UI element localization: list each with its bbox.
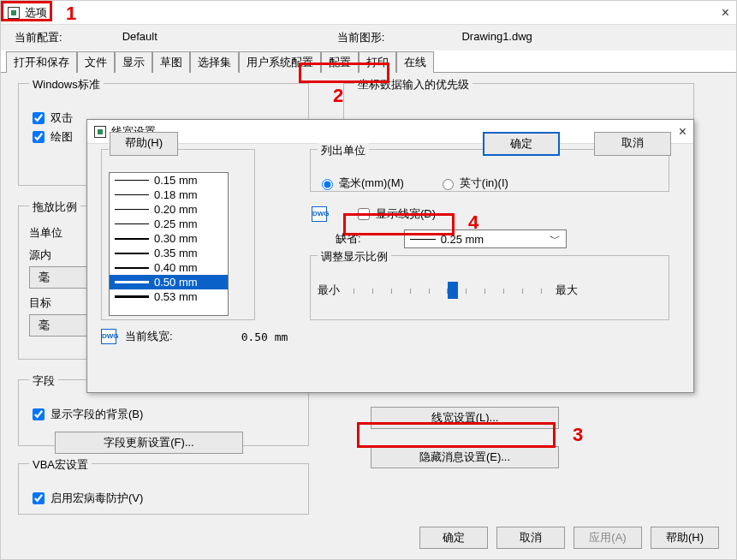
group-lw-hide: 线宽设置(L)... 隐藏消息设置(E)... [343, 398, 694, 475]
group-current-lw: 当前线宽 0.15 mm0.18 mm0.20 mm0.25 mm0.30 mm… [101, 149, 255, 320]
help-button[interactable]: 帮助(H) [651, 527, 719, 549]
max-label: 最大 [556, 283, 578, 298]
options-window: 选项 × 当前配置: Default 当前图形: Drawing1.dwg 打开… [0, 0, 737, 560]
tab-display[interactable]: 显示 [115, 51, 152, 73]
lw-item[interactable]: 0.20 mm [110, 202, 228, 217]
default-row: 缺省: 0.25 mm ﹀ [336, 229, 567, 248]
chevron-down-icon: ﹀ [550, 231, 561, 247]
apply-button[interactable]: 应用(A) [574, 527, 642, 549]
lw-item[interactable]: 0.50 mm [110, 275, 228, 289]
group-coord-title: 坐标数据输入的优先级 [354, 77, 473, 92]
dwg-icon: DWG [101, 329, 116, 344]
scale-slider[interactable] [354, 282, 542, 299]
slider-thumb[interactable] [448, 282, 458, 299]
tab-user-system[interactable]: 用户系统配置 [239, 51, 321, 73]
current-lw-label: 当前线宽: [125, 329, 173, 344]
default-label: 缺省: [336, 231, 361, 247]
bottom-button-row: 确定 取消 应用(A) 帮助(H) [419, 527, 719, 549]
slider-row: 最小 最大 [318, 282, 662, 299]
group-fields-title: 字段 [29, 373, 58, 389]
tab-sketch[interactable]: 草图 [152, 51, 190, 73]
lw-item[interactable]: 0.35 mm [110, 246, 228, 260]
ok-button[interactable]: 确定 [419, 527, 488, 549]
adjust-label: 调整显示比例 [318, 249, 391, 265]
dialog-button-row: 帮助(H) 确定 取消 [87, 132, 693, 156]
cb-show-lw-box[interactable] [358, 208, 370, 220]
default-select[interactable]: 0.25 mm ﹀ [404, 229, 567, 248]
lineweight-dialog: 线宽设置 × 当前线宽 0.15 mm0.18 mm0.20 mm0.25 mm… [86, 119, 694, 393]
cb-enable-virus[interactable]: 启用宏病毒防护(V) [29, 490, 298, 507]
lineweight-settings-button[interactable]: 线宽设置(L)... [371, 407, 559, 429]
lw-item[interactable]: 0.53 mm [110, 289, 228, 304]
show-lw-row: DWG 显示线宽(D) [312, 204, 436, 224]
cancel-button[interactable]: 取消 [496, 527, 565, 549]
cb-enable-virus-box[interactable] [33, 492, 45, 504]
units-row: 毫米(mm)(M) 英寸(in)(I) [318, 176, 662, 191]
lw-cancel-button[interactable]: 取消 [594, 132, 671, 156]
lw-item[interactable]: 0.30 mm [110, 231, 228, 246]
lw-listbox[interactable]: 0.15 mm0.18 mm0.20 mm0.25 mm0.30 mm0.35 … [109, 172, 229, 316]
group-drag-scale-title: 拖放比例 [29, 200, 80, 215]
tab-print[interactable]: 打印 [359, 51, 396, 73]
app-icon [8, 7, 20, 19]
radio-in[interactable]: 英寸(in)(I) [438, 176, 508, 191]
dwg-icon-2: DWG [312, 206, 327, 222]
lw-content: 当前线宽 0.15 mm0.18 mm0.20 mm0.25 mm0.30 mm… [87, 144, 693, 164]
cb-doubleclick-box[interactable] [33, 112, 45, 124]
lw-ok-button[interactable]: 确定 [483, 132, 560, 156]
cb-paint-box[interactable] [33, 131, 45, 143]
options-title: 选项 [25, 5, 47, 21]
lw-item[interactable]: 0.15 mm [110, 173, 228, 188]
tab-file[interactable]: 文件 [77, 51, 115, 73]
config-value: Default [122, 30, 158, 45]
group-adjust-scale: 调整显示比例 最小 最大 [310, 255, 669, 320]
group-vba: VBA宏设置 启用宏病毒防护(V) [18, 463, 309, 515]
default-select-value: 0.25 mm [441, 233, 484, 246]
default-select-line [410, 239, 436, 240]
radio-in-input[interactable] [443, 179, 454, 190]
lw-item[interactable]: 0.40 mm [110, 260, 228, 275]
field-update-button[interactable]: 字段更新设置(F)... [55, 432, 243, 454]
radio-mm-input[interactable] [322, 179, 333, 190]
group-windows-std-title: Windows标准 [29, 77, 104, 92]
options-close-icon[interactable]: × [722, 5, 729, 21]
radio-mm[interactable]: 毫米(mm)(M) [318, 176, 404, 191]
info-row: 当前配置: Default 当前图形: Drawing1.dwg [1, 25, 736, 51]
tab-bar: 打开和保存 文件 显示 草图 选择集 用户系统配置 配置 打印 在线 [1, 51, 736, 73]
hide-message-button[interactable]: 隐藏消息设置(E)... [371, 446, 559, 468]
tab-online[interactable]: 在线 [396, 51, 434, 73]
options-titlebar: 选项 × [1, 1, 736, 25]
tab-profile[interactable]: 配置 [321, 51, 359, 73]
min-label: 最小 [318, 283, 340, 298]
cb-show-field-bg-box[interactable] [33, 408, 45, 420]
group-vba-title: VBA宏设置 [29, 457, 92, 473]
drawing-label: 当前图形: [337, 30, 385, 45]
drawing-value: Drawing1.dwg [461, 30, 532, 45]
lw-item[interactable]: 0.18 mm [110, 188, 228, 202]
lw-item[interactable]: 0.25 mm [110, 217, 228, 231]
tab-open-save[interactable]: 打开和保存 [6, 51, 77, 73]
current-lw-value: 0.50 mm [241, 331, 288, 343]
tab-selection[interactable]: 选择集 [190, 51, 239, 73]
cb-show-lw[interactable]: 显示线宽(D) [354, 206, 436, 223]
current-lw-row: DWG 当前线宽: 0.50 mm [101, 329, 288, 344]
cb-show-field-bg[interactable]: 显示字段的背景(B) [29, 406, 298, 423]
lw-help-button[interactable]: 帮助(H) [110, 132, 178, 156]
config-label: 当前配置: [15, 30, 62, 45]
